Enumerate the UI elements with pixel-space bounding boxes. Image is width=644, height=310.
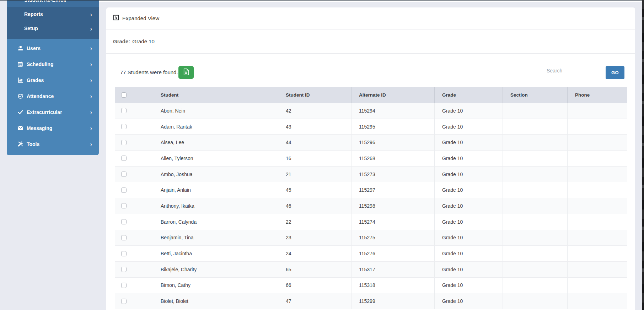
row-checkbox[interactable]	[121, 267, 127, 272]
alternate-id-cell: 115297	[351, 182, 435, 198]
student-name-cell: Biolet, Biolet	[153, 293, 278, 309]
chevron-right-icon: ›	[90, 45, 92, 51]
student-name-cell: Aisea, Lee	[153, 135, 278, 150]
student-name-cell: Adam, Rantak	[153, 119, 278, 135]
sidebar-item-setup[interactable]: Setup ›	[7, 21, 99, 36]
row-checkbox[interactable]	[121, 299, 127, 304]
student-id-cell: 23	[278, 230, 351, 246]
section-cell	[503, 246, 568, 261]
sidebar-item-scheduling[interactable]: Scheduling ›	[7, 56, 99, 72]
sidebar-item-tools[interactable]: Tools ›	[7, 136, 99, 152]
sidebar-menu: Users › Scheduling › Grades ›	[7, 39, 99, 152]
column-header-phone[interactable]: Phone	[568, 87, 627, 103]
chevron-right-icon: ›	[90, 109, 92, 115]
phone-cell	[568, 246, 627, 261]
student-id-cell: 65	[278, 262, 351, 277]
chevron-right-icon: ›	[90, 61, 92, 67]
phone-cell	[568, 151, 627, 166]
student-name-cell: Benjamin, Tina	[153, 230, 278, 246]
row-checkbox[interactable]	[121, 140, 127, 145]
sidebar-item-student-re-enroll[interactable]: Student Re-Enroll	[7, 0, 99, 7]
student-id-cell: 21	[278, 167, 351, 182]
column-header-grade[interactable]: Grade	[435, 87, 503, 103]
row-checkbox[interactable]	[121, 219, 127, 224]
student-id-cell: 46	[278, 198, 351, 214]
sidebar-item-label: Grades	[27, 77, 44, 83]
sidebar-item-reports[interactable]: Reports ›	[7, 7, 99, 21]
tools-icon	[14, 141, 26, 147]
chevron-right-icon: ›	[90, 77, 92, 83]
expand-icon	[113, 15, 119, 22]
grade-cell: Grade 10	[435, 230, 503, 246]
export-excel-button[interactable]	[178, 66, 194, 79]
row-checkbox[interactable]	[121, 156, 127, 161]
row-checkbox-cell	[115, 262, 153, 277]
column-header-student-id[interactable]: Student ID	[278, 87, 351, 103]
alternate-id-cell: 115317	[351, 262, 435, 277]
sidebar-submenu: Student Re-Enroll Reports › Setup ›	[7, 0, 99, 39]
select-all-checkbox[interactable]	[121, 92, 127, 98]
section-cell	[503, 214, 568, 230]
column-header-alternate-id[interactable]: Alternate ID	[351, 87, 435, 103]
section-cell	[503, 135, 568, 150]
phone-cell	[568, 167, 627, 182]
student-id-cell: 43	[278, 119, 351, 135]
section-cell	[503, 198, 568, 214]
student-id-cell: 16	[278, 151, 351, 166]
table-body: Abon, Nein 42 115294 Grade 10 Adam, Rant…	[115, 103, 627, 309]
phone-cell	[568, 262, 627, 277]
alternate-id-cell: 115299	[351, 293, 435, 309]
grade-filter-row: Grade: Grade 10	[106, 29, 635, 54]
student-name-cell: Bikajele, Charity	[153, 262, 278, 277]
sidebar-item-attendance[interactable]: Attendance ›	[7, 88, 99, 104]
alternate-id-cell: 115274	[351, 214, 435, 230]
column-header-student[interactable]: Student	[153, 87, 278, 103]
section-cell	[503, 167, 568, 182]
row-checkbox[interactable]	[121, 235, 127, 240]
section-cell	[503, 230, 568, 246]
student-id-cell: 45	[278, 182, 351, 198]
student-name-cell: Abon, Nein	[153, 103, 278, 119]
search-input[interactable]	[546, 68, 600, 77]
student-name-cell: Anjain, Anlain	[153, 182, 278, 198]
sidebar-item-label: Tools	[27, 141, 39, 147]
sidebar-item-messaging[interactable]: Messaging ›	[7, 120, 99, 136]
row-checkbox[interactable]	[121, 283, 127, 288]
row-checkbox[interactable]	[121, 187, 127, 193]
section-cell	[503, 262, 568, 277]
alternate-id-cell: 115298	[351, 198, 435, 214]
row-checkbox-cell	[115, 278, 153, 293]
row-checkbox-cell	[115, 103, 153, 119]
go-button[interactable]: GO	[606, 66, 624, 79]
table-row: Anthony, Ikaika 46 115298 Grade 10	[115, 198, 627, 214]
expanded-view-toggle[interactable]: Expanded View	[106, 7, 635, 29]
chevron-right-icon: ›	[90, 141, 92, 147]
table-row: Anjain, Anlain 45 115297 Grade 10	[115, 182, 627, 198]
row-checkbox[interactable]	[121, 203, 127, 208]
phone-cell	[568, 182, 627, 198]
phone-cell	[568, 135, 627, 150]
sidebar-item-extracurricular[interactable]: Extracurricular ›	[7, 104, 99, 120]
desktop-background-edge	[642, 0, 644, 310]
table-row: Benjamin, Tina 23 115275 Grade 10	[115, 230, 627, 246]
checkmark-icon	[14, 109, 26, 115]
phone-cell	[568, 103, 627, 119]
alternate-id-cell: 115276	[351, 246, 435, 261]
table-row: Betti, Jacintha 24 115276 Grade 10	[115, 246, 627, 262]
content-panel: Expanded View Grade: Grade 10 77 Student…	[106, 7, 635, 310]
row-checkbox-cell	[115, 135, 153, 150]
table-row: Biolet, Biolet 47 115299 Grade 10	[115, 293, 627, 309]
students-table: Student Student ID Alternate ID Grade Se…	[115, 87, 627, 309]
column-header-section[interactable]: Section	[503, 87, 568, 103]
row-checkbox[interactable]	[121, 108, 127, 113]
sidebar-item-label: Messaging	[27, 125, 52, 131]
sidebar-item-users[interactable]: Users ›	[7, 40, 99, 56]
section-cell	[503, 151, 568, 166]
row-checkbox[interactable]	[121, 172, 127, 177]
sidebar-item-grades[interactable]: Grades ›	[7, 72, 99, 88]
alternate-id-cell: 115294	[351, 103, 435, 119]
row-checkbox[interactable]	[121, 124, 127, 129]
phone-cell	[568, 278, 627, 293]
grade-cell: Grade 10	[435, 167, 503, 182]
row-checkbox[interactable]	[121, 251, 127, 256]
